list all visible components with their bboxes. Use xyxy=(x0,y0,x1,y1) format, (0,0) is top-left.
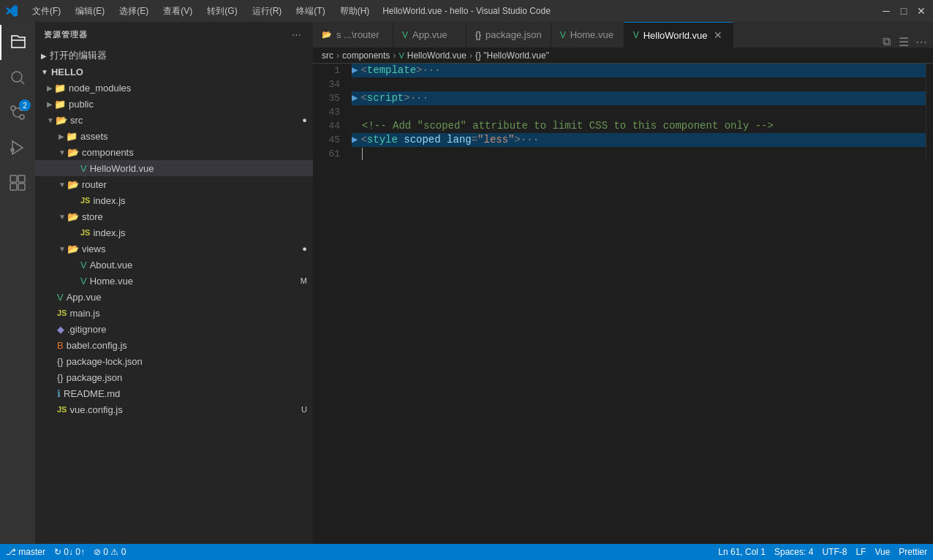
code-line xyxy=(352,77,926,91)
vue-file-icon: V xyxy=(57,292,64,303)
tab-label: package.json xyxy=(486,29,542,40)
list-item[interactable]: ▼ 📂 components xyxy=(35,144,313,160)
svg-rect-7 xyxy=(18,175,25,182)
project-root[interactable]: ▼ HELLO xyxy=(35,64,313,80)
folder-icon: 📂 xyxy=(67,211,79,222)
breadcrumb-components[interactable]: components xyxy=(342,50,390,61)
spaces-indicator[interactable]: Spaces: 4 xyxy=(774,547,813,557)
line-numbers: 1 34 35 43 44 45 61 xyxy=(313,64,346,161)
list-item[interactable]: ▼ 📂 router xyxy=(35,176,313,192)
syntax-punct: < xyxy=(360,91,366,105)
item-label: App.vue xyxy=(67,292,307,303)
menu-file[interactable]: 文件(F) xyxy=(26,4,67,19)
list-item[interactable]: ▼ 📂 src ● xyxy=(35,112,313,128)
window-controls: ─ □ ✕ xyxy=(880,5,927,17)
list-item[interactable]: {} package.json xyxy=(35,369,313,385)
menu-run[interactable]: 运行(R) xyxy=(246,4,288,19)
breadcrumb-symbol[interactable]: {} "HelloWorld.vue" xyxy=(475,50,549,61)
item-label: components xyxy=(82,147,307,158)
gitignore-file-icon: ◆ xyxy=(57,324,64,335)
collapse-arrow[interactable]: ▶ xyxy=(352,91,358,105)
list-item[interactable]: V App.vue xyxy=(35,289,313,305)
code-line: ▶ <template>··· xyxy=(352,64,926,77)
menu-terminal[interactable]: 终端(T) xyxy=(290,4,330,19)
list-item[interactable]: ▼ 📂 store xyxy=(35,208,313,224)
line-num: 1 xyxy=(313,64,340,77)
item-label: About.vue xyxy=(90,260,307,270)
layout-button[interactable]: ☰ xyxy=(898,36,910,48)
list-item[interactable]: ▶ 📁 node_modules xyxy=(35,80,313,96)
syntax-punct: > xyxy=(515,133,521,147)
list-item[interactable]: JS main.js xyxy=(35,305,313,321)
item-label: README.md xyxy=(64,388,307,399)
tab-label: App.vue xyxy=(412,29,447,40)
folder-icon: 📁 xyxy=(54,83,66,94)
code-line xyxy=(352,105,926,119)
list-item[interactable]: JS vue.config.js U xyxy=(35,401,313,417)
list-item[interactable]: JS index.js xyxy=(35,192,313,208)
editor-content[interactable]: 1 34 35 43 44 45 61 ▶ <template>··· xyxy=(313,64,933,544)
item-label: node_modules xyxy=(69,83,307,94)
error-status[interactable]: ⊘ 0 ⚠ 0 xyxy=(94,547,126,557)
sidebar-item-run[interactable] xyxy=(0,130,35,165)
item-label: views xyxy=(82,243,296,254)
sidebar-item-source-control[interactable]: 2 xyxy=(0,95,35,130)
sidebar-item-extensions[interactable] xyxy=(0,165,35,200)
folder-icon: 📂 xyxy=(67,243,79,254)
tab-helloworld-vue[interactable]: V HelloWorld.vue ✕ xyxy=(624,22,733,48)
menu-help[interactable]: 帮助(H) xyxy=(334,4,376,19)
encoding[interactable]: UTF-8 xyxy=(822,547,847,557)
list-item[interactable]: ▶ 📁 assets xyxy=(35,128,313,144)
tab-app-vue[interactable]: V App.vue xyxy=(393,22,466,48)
breadcrumb-file[interactable]: HelloWorld.vue xyxy=(407,50,466,61)
list-item[interactable]: ▶ 📁 public xyxy=(35,96,313,112)
sync-status[interactable]: ↻ 0↓ 0↑ xyxy=(54,547,85,557)
minimize-button[interactable]: ─ xyxy=(880,5,892,17)
sidebar-item-search[interactable] xyxy=(0,60,35,95)
list-item[interactable]: ◆ .gitignore xyxy=(35,321,313,337)
list-item[interactable]: V HelloWorld.vue xyxy=(35,160,313,176)
list-item[interactable]: V Home.vue M xyxy=(35,273,313,289)
git-branch[interactable]: ⎇ master xyxy=(6,547,45,557)
item-label: index.js xyxy=(93,227,307,238)
cursor-position[interactable]: Ln 61, Col 1 xyxy=(718,547,766,557)
more-tabs-button[interactable]: ⋯ xyxy=(915,36,927,48)
item-label: package-lock.json xyxy=(67,356,307,367)
list-item[interactable]: JS index.js xyxy=(35,224,313,241)
menu-bar: 文件(F) 编辑(E) 选择(E) 查看(V) 转到(G) 运行(R) 终端(T… xyxy=(26,4,375,19)
collapse-arrow[interactable]: ▶ xyxy=(352,64,358,77)
maximize-button[interactable]: □ xyxy=(898,5,910,17)
line-ending[interactable]: LF xyxy=(855,547,866,557)
babel-file-icon: B xyxy=(57,340,64,351)
sidebar-item-explorer[interactable] xyxy=(0,25,35,60)
syntax-ellipsis: ··· xyxy=(422,64,440,77)
menu-edit[interactable]: 编辑(E) xyxy=(69,4,110,19)
language-mode[interactable]: Vue xyxy=(875,547,890,557)
list-item[interactable]: {} package-lock.json xyxy=(35,353,313,369)
item-label: package.json xyxy=(67,372,307,383)
tab-home-vue[interactable]: V Home.vue xyxy=(551,22,624,48)
tab-router[interactable]: 📂 s ...\router xyxy=(313,22,393,48)
split-editor-button[interactable]: ⧉ xyxy=(880,36,892,48)
breadcrumb-src[interactable]: src xyxy=(322,50,333,61)
collapse-arrow[interactable]: ▶ xyxy=(352,133,358,147)
md-file-icon: ℹ xyxy=(57,388,61,399)
menu-view[interactable]: 查看(V) xyxy=(157,4,198,19)
new-file-button[interactable]: ⋯ xyxy=(288,27,304,43)
open-editors-section[interactable]: ▶ 打开的编辑器 xyxy=(35,48,313,64)
file-tree: ▶ 打开的编辑器 ▼ HELLO ▶ 📁 node_modules ▶ 📁 pu… xyxy=(35,48,313,544)
json-file-icon: {} xyxy=(57,372,64,383)
list-item[interactable]: ▼ 📂 views ● xyxy=(35,241,313,257)
list-item[interactable]: ℹ README.md xyxy=(35,385,313,401)
prettier-status[interactable]: Prettier xyxy=(899,547,927,557)
close-button[interactable]: ✕ xyxy=(915,5,927,17)
item-label: babel.config.js xyxy=(67,340,307,351)
list-item[interactable]: B babel.config.js xyxy=(35,337,313,353)
open-editors-label: 打开的编辑器 xyxy=(50,49,107,62)
folder-arrow-icon: ▼ xyxy=(58,181,66,189)
menu-select[interactable]: 选择(E) xyxy=(113,4,154,19)
tab-package-json[interactable]: {} package.json xyxy=(466,22,551,48)
list-item[interactable]: V About.vue xyxy=(35,257,313,273)
menu-goto[interactable]: 转到(G) xyxy=(201,4,243,19)
tab-close-button[interactable]: ✕ xyxy=(712,29,724,41)
